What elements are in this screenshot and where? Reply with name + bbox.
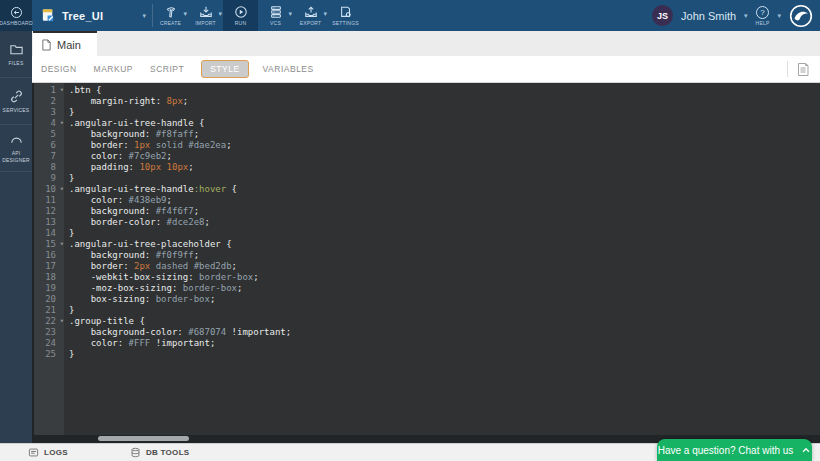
format-doc-icon[interactable] (796, 62, 810, 77)
chat-label: Have a question? Chat with us (658, 445, 794, 456)
line-number: 9 (34, 173, 64, 184)
code-text: background-color: #687074 !important; (64, 327, 291, 338)
line-number: 12 (34, 206, 64, 217)
line-number: 25 (34, 349, 64, 360)
code-text: } (64, 228, 74, 239)
line-number: 6 (34, 140, 64, 151)
code-line: 23 background-color: #687074 !important; (34, 327, 820, 338)
chevron-down-icon[interactable]: ▾ (744, 12, 748, 19)
fold-toggle-icon[interactable]: ▾ (60, 316, 64, 327)
logs-button[interactable]: LOGS (28, 447, 68, 458)
help-button[interactable]: ? HELP (756, 6, 770, 26)
code-text: -webkit-box-sizing: border-box; (64, 272, 259, 283)
code-text: color: #438eb9; (64, 195, 172, 206)
user-name[interactable]: John Smith (681, 10, 736, 22)
code-text: } (64, 349, 74, 360)
code-lines: 1▾.btn {2 margin-right: 8px;3}4▾.angular… (34, 85, 820, 360)
db-tools-button[interactable]: DB TOOLS (130, 447, 190, 458)
topbar-right: JS John Smith ▾ ? HELP ▾ (652, 0, 820, 31)
tab-script[interactable]: SCRIPT (150, 64, 184, 74)
menu-create-label: CREATE (160, 20, 181, 26)
project-selector[interactable]: Tree_UI ▾ (32, 0, 152, 31)
code-line: 3} (34, 107, 820, 118)
page-icon (41, 39, 52, 51)
code-line: 19 -moz-box-sizing: border-box; (34, 283, 820, 294)
fold-toggle-icon[interactable]: ▾ (60, 239, 64, 250)
line-number: 4▾ (34, 118, 64, 129)
chevron-down-icon[interactable]: ▾ (777, 12, 781, 19)
menu-export[interactable]: EXPORT ▾ (293, 0, 328, 31)
avatar[interactable]: JS (652, 5, 673, 26)
subtab-bar: DESIGN MARKUP SCRIPT STYLE VARIABLES (32, 56, 820, 83)
sidebar-item-files[interactable]: FILES (0, 31, 32, 78)
code-line: 25} (34, 349, 820, 360)
scrollbar-thumb[interactable] (98, 436, 189, 441)
server-stack-icon (269, 5, 283, 19)
menu-settings[interactable]: SETTINGS (328, 0, 363, 31)
fold-toggle-icon[interactable]: ▾ (60, 85, 64, 96)
sidebar-item-api-designer[interactable]: API DESIGNER (0, 125, 32, 172)
sidebar-item-dashboard[interactable]: DASHBOARD (0, 0, 32, 31)
chevron-down-icon: ▾ (183, 10, 187, 17)
line-number: 1▾ (34, 85, 64, 96)
code-text: padding: 10px 10px; (64, 162, 194, 173)
tray-download-icon (199, 5, 213, 19)
dashboard-label: DASHBOARD (0, 20, 33, 26)
line-number: 14 (34, 228, 64, 239)
code-editor[interactable]: 1▾.btn {2 margin-right: 8px;3}4▾.angular… (32, 83, 820, 443)
logs-label: LOGS (44, 448, 68, 457)
code-line: 11 color: #438eb9; (34, 195, 820, 206)
db-tools-label: DB TOOLS (146, 448, 190, 457)
menu-import[interactable]: IMPORT ▾ (188, 0, 223, 31)
tab-markup[interactable]: MARKUP (94, 64, 133, 74)
line-number: 19 (34, 283, 64, 294)
code-line: 24 color: #FFF !important; (34, 338, 820, 349)
code-line: 18 -webkit-box-sizing: border-box; (34, 272, 820, 283)
menu-run[interactable]: RUN (223, 0, 258, 31)
code-line: 10▾.angular-ui-tree-handle:hover { (34, 184, 820, 195)
help-label: HELP (756, 20, 770, 26)
line-number: 2 (34, 96, 64, 107)
tab-main[interactable]: Main (33, 31, 97, 56)
menu-import-label: IMPORT (195, 20, 216, 26)
code-line: 5 background: #f8faff; (34, 129, 820, 140)
menu-create[interactable]: CREATE ▾ (153, 0, 188, 31)
code-line: 17 border: 2px dashed #bed2db; (34, 261, 820, 272)
sidebar-item-services[interactable]: SERVICES (0, 78, 32, 125)
chevron-down-icon: ▾ (218, 10, 222, 17)
divider (787, 61, 788, 77)
code-line: 15▾.angular-ui-tree-placeholder { (34, 239, 820, 250)
code-line: 21} (34, 305, 820, 316)
line-number: 17 (34, 261, 64, 272)
code-text: background: #f0f9ff; (64, 250, 199, 261)
code-line: 2 margin-right: 8px; (34, 96, 820, 107)
tab-strip: Main (32, 31, 820, 56)
tab-design[interactable]: DESIGN (41, 64, 77, 74)
line-number: 15▾ (34, 239, 64, 250)
help-icon: ? (756, 6, 769, 19)
code-line: 1▾.btn { (34, 85, 820, 96)
code-text: background: #f4f6f7; (64, 206, 199, 217)
menu-vcs[interactable]: VCS ▾ (258, 0, 293, 31)
menu-vcs-label: VCS (270, 20, 281, 26)
tab-style[interactable]: STYLE (201, 60, 248, 78)
topbar: DASHBOARD Tree_UI ▾ CREATE ▾ (0, 0, 820, 31)
line-number: 18 (34, 272, 64, 283)
fold-toggle-icon[interactable]: ▾ (60, 118, 64, 129)
menu-run-label: RUN (235, 20, 246, 26)
tab-variables[interactable]: VARIABLES (263, 64, 314, 74)
chat-widget-button[interactable]: Have a question? Chat with us (657, 439, 812, 461)
code-text: border: 2px dashed #bed2db; (64, 261, 237, 272)
chevron-up-icon (801, 445, 811, 455)
line-number: 23 (34, 327, 64, 338)
code-text: } (64, 173, 74, 184)
app-window: DASHBOARD Tree_UI ▾ CREATE ▾ (0, 0, 820, 461)
services-label: SERVICES (1, 107, 31, 114)
folder-icon (9, 42, 24, 57)
code-text: border: 1px solid #dae2ea; (64, 140, 232, 151)
fold-toggle-icon[interactable]: ▾ (60, 184, 64, 195)
wavemaker-logo-icon (789, 4, 813, 28)
page-gear-icon (339, 5, 353, 19)
code-text: } (64, 305, 74, 316)
chevron-down-icon: ▾ (288, 10, 292, 17)
